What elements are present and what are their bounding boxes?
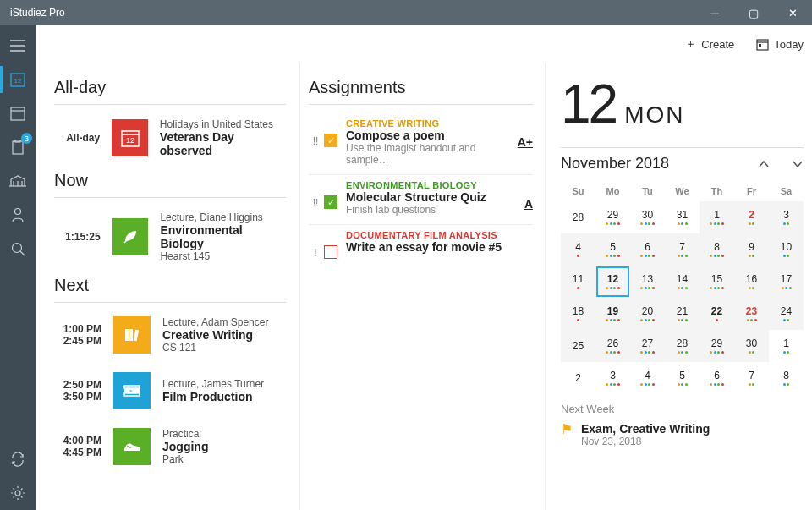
nav-search[interactable] xyxy=(0,232,36,266)
calendar-day[interactable]: 17 xyxy=(769,266,804,298)
calendar-day[interactable]: 30 xyxy=(630,201,665,233)
next-event[interactable]: 2:50 PM3:50 PMLecture, James TurnerFilm … xyxy=(54,367,286,423)
calendar-day[interactable]: 6 xyxy=(700,362,734,394)
event-title: Jogging xyxy=(162,440,208,453)
calendar-day[interactable]: 2 xyxy=(734,201,769,233)
calendar-day[interactable]: 20 xyxy=(630,298,665,330)
minimize-button[interactable]: ─ xyxy=(695,0,734,25)
plus-icon: ＋ xyxy=(685,36,696,52)
big-date-weekday: MON xyxy=(624,101,684,129)
calendar-day[interactable]: 7 xyxy=(734,362,769,394)
calendar-day[interactable]: 18 xyxy=(561,298,595,330)
menu-toggle[interactable] xyxy=(0,29,36,63)
priority-indicator: !! xyxy=(309,180,322,216)
assignment-grade: A xyxy=(509,180,533,216)
svg-text:12: 12 xyxy=(126,136,134,145)
now-event[interactable]: 1:15:25 Lecture, Diane Higgins Environme… xyxy=(54,206,286,276)
calendar-day[interactable]: 21 xyxy=(665,298,700,330)
calendar-day[interactable]: 12 xyxy=(595,266,630,298)
calendar-day[interactable]: 28 xyxy=(665,330,700,362)
calendar-day[interactable]: 4 xyxy=(561,233,595,266)
next-event[interactable]: 1:00 PM2:45 PMLecture, Adam SpencerCreat… xyxy=(54,311,286,367)
svg-rect-7 xyxy=(13,141,23,154)
event-time: All-day xyxy=(54,132,100,144)
books-icon xyxy=(113,316,151,354)
allday-event[interactable]: All-day 12 Holidays in United States Vet… xyxy=(54,113,286,171)
calendar-day[interactable]: 4 xyxy=(630,362,665,394)
holiday-icon: 12 xyxy=(112,119,148,156)
assignment-row[interactable]: !!✓CREATIVE WRITINGCompose a poemUse the… xyxy=(309,113,533,175)
calendar-month: November 2018 xyxy=(561,155,669,173)
dow-header: We xyxy=(665,181,700,201)
titlebar: iStudiez Pro ─ ▢ ✕ xyxy=(0,0,812,25)
calendar-day[interactable]: 19 xyxy=(595,298,630,330)
assignment-checkbox[interactable] xyxy=(322,230,339,259)
calendar-day[interactable]: 29 xyxy=(595,201,630,233)
assignment-grade: A+ xyxy=(509,118,533,166)
calendar-day[interactable]: 11 xyxy=(561,266,595,298)
now-heading: Now xyxy=(54,171,286,190)
priority-indicator: ! xyxy=(309,230,322,259)
calendar-day[interactable]: 5 xyxy=(665,362,700,394)
assignment-row[interactable]: !DOCUMENTARY FILM ANALYSISWrite an essay… xyxy=(309,225,533,267)
priority-indicator: !! xyxy=(309,118,322,166)
event-subtitle: Practical xyxy=(162,428,208,440)
dow-header: Tu xyxy=(630,181,665,201)
today-button[interactable]: Today xyxy=(756,38,804,51)
event-subtitle: Lecture, Adam Spencer xyxy=(162,316,268,328)
calendar-day[interactable]: 7 xyxy=(665,233,700,266)
calendar-day[interactable]: 22 xyxy=(700,298,734,330)
next-event[interactable]: 4:00 PM4:45 PMPracticalJoggingPark xyxy=(54,423,286,479)
assignment-row[interactable]: !!✓ENVIRONMENTAL BIOLOGYMolecular Struct… xyxy=(309,175,533,225)
calendar-day[interactable]: 14 xyxy=(665,266,700,298)
nav-instructors[interactable] xyxy=(0,198,36,232)
event-title: Veterans Day observed xyxy=(160,130,286,157)
create-button[interactable]: ＋ Create xyxy=(685,36,734,52)
calendar-day[interactable]: 16 xyxy=(734,266,769,298)
calendar-day[interactable]: 28 xyxy=(561,201,595,233)
calendar-day[interactable]: 30 xyxy=(734,330,769,362)
maximize-button[interactable]: ▢ xyxy=(734,0,773,25)
calendar-day[interactable]: 13 xyxy=(630,266,665,298)
calendar-day[interactable]: 10 xyxy=(769,233,804,266)
calendar-grid: SuMoTuWeThFrSa28293031123456789101112131… xyxy=(561,181,804,394)
close-button[interactable]: ✕ xyxy=(773,0,812,25)
nav-planner[interactable] xyxy=(0,164,36,198)
calendar-today-icon xyxy=(756,38,769,51)
nav-assignments[interactable]: 3 xyxy=(0,130,36,164)
calendar-day[interactable]: 23 xyxy=(734,298,769,330)
calendar-day[interactable]: 6 xyxy=(630,233,665,266)
calendar-day[interactable]: 3 xyxy=(595,362,630,394)
calendar-day[interactable]: 1 xyxy=(700,201,734,233)
svg-point-30 xyxy=(127,446,129,447)
calendar-day[interactable]: 1 xyxy=(769,330,804,362)
assignment-checkbox[interactable]: ✓ xyxy=(322,180,339,216)
next-month-button[interactable] xyxy=(792,160,804,168)
calendar-day[interactable]: 27 xyxy=(630,330,665,362)
calendar-day[interactable]: 15 xyxy=(700,266,734,298)
calendar-day[interactable]: 5 xyxy=(595,233,630,266)
allday-heading: All-day xyxy=(54,78,286,97)
calendar-day[interactable]: 24 xyxy=(769,298,804,330)
big-date-number: 12 xyxy=(561,73,616,135)
prev-month-button[interactable] xyxy=(758,160,770,168)
next-heading: Next xyxy=(54,276,286,295)
calendar-day[interactable]: 29 xyxy=(700,330,734,362)
calendar-day[interactable]: 25 xyxy=(561,330,595,362)
calendar-day[interactable]: 26 xyxy=(595,330,630,362)
nav-calendar[interactable] xyxy=(0,96,36,130)
dow-header: Th xyxy=(700,181,734,201)
calendar-day[interactable]: 2 xyxy=(561,362,595,394)
calendar-day[interactable]: 8 xyxy=(769,362,804,394)
nav-sync[interactable] xyxy=(0,442,36,476)
calendar-day[interactable]: 9 xyxy=(734,233,769,266)
next-week-item[interactable]: ⚑ Exam, Creative Writing Nov 23, 2018 xyxy=(561,422,804,447)
calendar-day[interactable]: 8 xyxy=(700,233,734,266)
nw-date: Nov 23, 2018 xyxy=(581,436,710,447)
calendar-day[interactable]: 3 xyxy=(769,201,804,233)
calendar-day[interactable]: 31 xyxy=(665,201,700,233)
assignment-checkbox[interactable]: ✓ xyxy=(322,118,339,166)
nav-today[interactable]: 12 xyxy=(0,63,36,96)
nav-settings[interactable] xyxy=(0,476,36,510)
assignment-title: Write an essay for movie #5 xyxy=(346,240,509,254)
